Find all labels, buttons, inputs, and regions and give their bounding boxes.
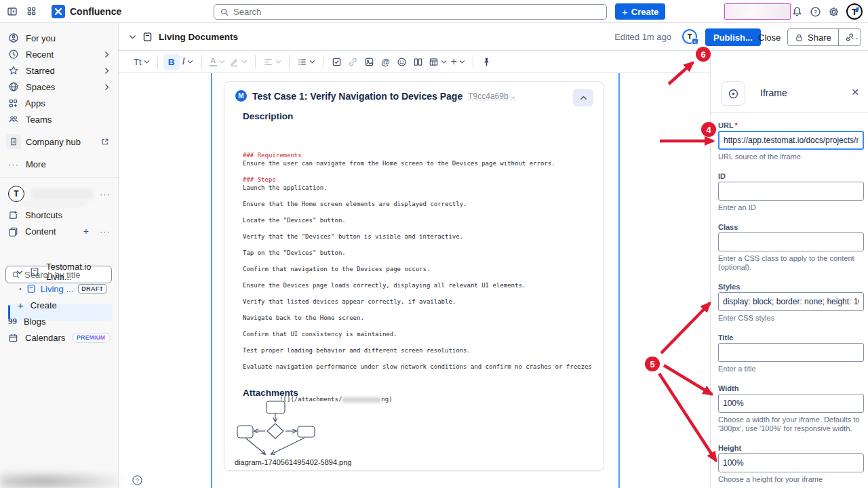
text-style-dropdown[interactable]: Tt [132,54,152,70]
more-dots-icon: ··· [8,159,19,169]
space-header[interactable]: T ··· [0,185,119,203]
class-input[interactable] [718,232,864,251]
code-line [243,371,595,379]
sidebar-item-shortcuts[interactable]: Shortcuts [0,207,119,223]
add-content-icon[interactable]: + [83,226,89,237]
space-more-icon[interactable]: ··· [100,189,111,199]
sidebar-item-content[interactable]: Content + ··· [0,223,119,239]
redacted-banner [724,3,791,20]
highlight-color-dropdown[interactable] [227,54,250,70]
share-button[interactable]: Share [788,29,838,45]
sidebar-item-apps[interactable]: Apps [0,95,119,111]
create-button[interactable]: + Create [615,3,665,20]
code-line: Ensure that the Home screen elements are… [243,200,595,208]
code-line: Launch the application. [243,184,595,192]
test-case-id-link[interactable]: T9cc4a69b→ [468,92,516,101]
insert-link-button[interactable] [345,54,361,70]
width-input[interactable] [718,394,864,413]
field-id: ID Enter an ID [718,172,864,212]
app-switcher-icon[interactable] [22,2,41,21]
close-editor-button[interactable]: Close [753,28,786,46]
sidebar-item-recent[interactable]: Recent [0,46,119,62]
id-input[interactable] [718,182,864,201]
sidebar-item-company-hub[interactable]: Company hub [0,134,119,150]
search-input[interactable] [233,7,601,17]
alignment-dropdown[interactable] [261,54,283,70]
building-icon [6,134,21,149]
mention-button[interactable]: @ [378,54,394,70]
divider [473,55,473,68]
space-avatar: T [8,186,24,202]
text-color-dropdown[interactable]: A [208,54,227,70]
height-input[interactable] [718,453,864,472]
code-line: Tap on the "Devices" button. [243,249,595,257]
code-line [243,208,595,216]
emoji-button[interactable] [394,54,410,70]
insert-more-dropdown[interactable]: + [449,54,467,70]
sidebar-item-spaces[interactable]: Spaces [0,79,119,95]
editor-toolbar: Tt B I A [119,51,710,73]
bullet-icon: • [19,285,22,293]
insert-image-button[interactable] [361,54,378,70]
tree-create-button[interactable]: + Create [0,297,119,313]
content-more-icon[interactable]: ··· [100,226,111,237]
divider [157,55,158,68]
tree-item-parent-page[interactable]: Testomat.io Livin... [0,264,119,280]
code-line [243,257,595,265]
collapse-macro-button[interactable] [573,89,593,106]
chevron-down-icon[interactable] [16,270,23,274]
editor-canvas[interactable]: M Test Case 1: Verify Navigation to Devi… [119,73,710,488]
iframe-config-panel: Iframe ✕ URL* URL source of the iframe I… [710,51,868,488]
redacted-filename [342,397,381,403]
help-icon[interactable]: ? [810,6,821,18]
title-input[interactable] [718,343,864,362]
globe-icon [8,81,19,92]
external-link-icon [101,138,109,146]
apps-grid-icon [8,98,18,108]
code-line [243,192,595,200]
code-line: ### Steps [243,176,595,184]
italic-dropdown[interactable]: I [180,54,196,70]
svg-text:?: ? [136,477,139,484]
code-line [243,354,595,363]
bold-button[interactable]: B [163,54,180,70]
sidebar-item-starred[interactable]: Starred [0,62,119,79]
flowchart-diagram-image[interactable] [234,399,319,458]
task-checkbox-button[interactable] [329,54,345,70]
code-line [243,289,595,298]
required-asterisk: * [735,121,738,129]
plus-icon: + [18,300,24,311]
styles-input[interactable] [718,292,864,311]
lock-icon [795,33,804,42]
code-line: ### Requirements [243,151,595,159]
chevron-right-icon [104,83,109,91]
sidebar-item-blogs[interactable]: 99 Blogs [0,313,119,329]
tree-item-current-page[interactable]: • Living ... DRAFT [0,281,119,297]
user-avatar[interactable]: T [846,3,863,20]
list-dropdown[interactable] [295,54,317,70]
layouts-button[interactable] [410,54,427,70]
editor-help-icon[interactable]: ? [132,474,143,486]
code-line: Confirm that navigation to the Devices p… [243,265,595,273]
notifications-bell-icon[interactable] [791,6,803,18]
iframe-macro-icon-button[interactable] [721,81,745,106]
sidebar-item-teams[interactable]: Teams [0,111,119,127]
close-panel-icon[interactable]: ✕ [851,87,859,98]
chevron-down-icon[interactable] [129,35,136,39]
collapse-sidebar-icon[interactable] [3,2,22,21]
sidebar-item-calendars[interactable]: Calendars PREMIUM [0,329,119,346]
breadcrumb-page-title[interactable]: Living Documents [159,32,238,42]
markdown-macro-card[interactable]: M Test Case 1: Verify Navigation to Devi… [224,81,604,471]
content-pages-icon [8,226,18,237]
confluence-brand[interactable]: Confluence [52,5,121,18]
table-dropdown[interactable] [427,54,449,70]
settings-gear-icon[interactable] [828,6,840,18]
more-actions-button[interactable]: ··· [844,28,862,46]
url-input[interactable] [718,131,864,150]
page-icon [142,32,153,42]
sidebar-item-more[interactable]: ··· More [0,156,119,172]
collaborator-avatar[interactable]: T c [682,29,697,44]
pin-toolbar-button[interactable] [479,54,495,70]
global-search[interactable] [214,4,607,20]
sidebar-item-for-you[interactable]: For you [0,30,119,46]
